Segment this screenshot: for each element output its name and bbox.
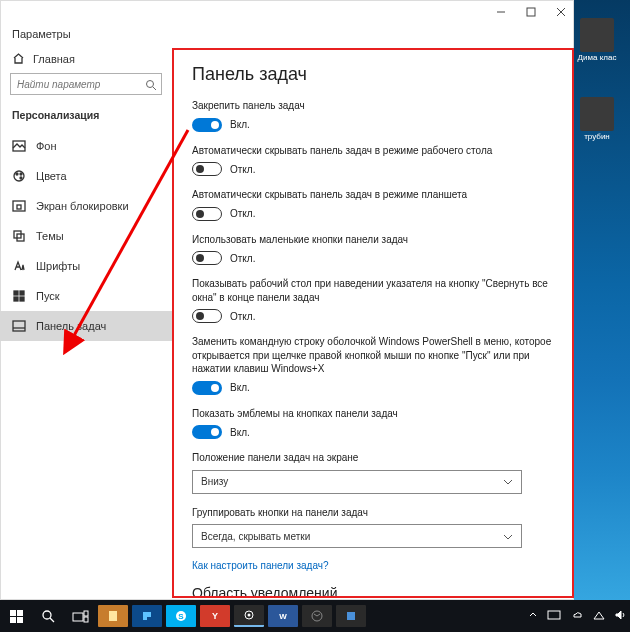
nav-colors[interactable]: Цвета: [0, 161, 172, 191]
setting-label: Заменить командную строку оболочкой Wind…: [192, 335, 554, 376]
toggle-switch[interactable]: [192, 381, 222, 395]
svg-point-7: [14, 171, 24, 181]
window-title: Параметры: [0, 24, 574, 48]
toggle-state-text: Вкл.: [230, 427, 250, 438]
svg-rect-19: [13, 321, 25, 331]
pinned-app[interactable]: [302, 605, 332, 627]
toggle-state-text: Откл.: [230, 164, 255, 175]
nav-lockscreen[interactable]: Экран блокировки: [0, 191, 172, 221]
svg-text:Y: Y: [212, 611, 218, 621]
pinned-app[interactable]: [336, 605, 366, 627]
desktop-icon[interactable]: трубин: [574, 97, 620, 142]
svg-rect-1: [527, 8, 535, 16]
system-tray[interactable]: [529, 610, 630, 622]
svg-rect-24: [10, 617, 16, 623]
pinned-app[interactable]: [98, 605, 128, 627]
home-link[interactable]: Главная: [0, 48, 172, 73]
svg-rect-17: [14, 297, 18, 301]
settings-window: Параметры Главная Персонализация Фон Цве…: [0, 0, 574, 600]
pinned-app[interactable]: Y: [200, 605, 230, 627]
nav-themes[interactable]: Темы: [0, 221, 172, 251]
running-app-settings[interactable]: [234, 605, 264, 627]
svg-rect-18: [20, 297, 24, 301]
toggle-state-text: Откл.: [230, 253, 255, 264]
svg-point-10: [20, 177, 22, 179]
titlebar: [0, 0, 574, 24]
toggle-state-text: Вкл.: [230, 119, 250, 130]
setting-label: Автоматически скрывать панель задач в ре…: [192, 188, 554, 202]
toggle-switch[interactable]: [192, 118, 222, 132]
setting-label: Показывать рабочий стол при наведении ук…: [192, 277, 554, 304]
svg-line-5: [153, 87, 156, 90]
svg-point-26: [43, 611, 51, 619]
svg-rect-15: [14, 291, 18, 295]
svg-rect-23: [17, 610, 23, 616]
svg-point-36: [248, 614, 251, 617]
svg-rect-29: [84, 611, 88, 616]
content-pane[interactable]: Панель задач Закрепить панель задач Вкл.…: [172, 48, 574, 598]
setting-label: Показать эмблемы на кнопках панели задач: [192, 407, 554, 421]
tray-chevron-icon[interactable]: [529, 611, 537, 621]
tray-network-icon[interactable]: [593, 610, 605, 622]
nav-taskbar[interactable]: Панель задач: [0, 311, 172, 341]
search-icon: [145, 77, 157, 95]
combine-buttons-select[interactable]: Всегда, скрывать метки: [192, 524, 522, 548]
nav-background[interactable]: Фон: [0, 131, 172, 161]
minimize-button[interactable]: [494, 5, 508, 19]
setting-label: Положение панели задач на экране: [192, 451, 554, 465]
svg-point-9: [20, 173, 22, 175]
setting-label: Использовать маленькие кнопки панели зад…: [192, 233, 554, 247]
svg-rect-40: [347, 612, 355, 620]
svg-point-8: [16, 173, 18, 175]
nav-fonts[interactable]: Шрифты: [0, 251, 172, 281]
svg-rect-12: [17, 205, 21, 209]
toggle-state-text: Откл.: [230, 311, 255, 322]
setting-label: Группировать кнопки на панели задач: [192, 506, 554, 520]
taskbar-position-select[interactable]: Внизу: [192, 470, 522, 494]
taskbar[interactable]: S Y W: [0, 600, 630, 632]
svg-line-27: [50, 618, 54, 622]
section-heading: Область уведомлений: [192, 585, 554, 598]
svg-rect-25: [17, 617, 23, 623]
toggle-switch[interactable]: [192, 425, 222, 439]
svg-rect-31: [109, 611, 117, 621]
setting-label: Автоматически скрывать панель задач в ре…: [192, 144, 554, 158]
section-label: Персонализация: [0, 107, 172, 131]
page-title: Панель задач: [192, 64, 554, 85]
toggle-switch[interactable]: [192, 309, 222, 323]
toggle-switch[interactable]: [192, 207, 222, 221]
toggle-switch[interactable]: [192, 162, 222, 176]
search-taskbar-icon[interactable]: [32, 600, 64, 632]
maximize-button[interactable]: [524, 5, 538, 19]
svg-rect-22: [10, 610, 16, 616]
pinned-app-skype[interactable]: S: [166, 605, 196, 627]
setting-label: Закрепить панель задач: [192, 99, 554, 113]
tray-keyboard-icon[interactable]: [547, 610, 561, 622]
svg-rect-16: [20, 291, 24, 295]
taskview-icon[interactable]: [64, 600, 96, 632]
pinned-app-word[interactable]: W: [268, 605, 298, 627]
search-input[interactable]: [10, 73, 162, 95]
nav-start[interactable]: Пуск: [0, 281, 172, 311]
toggle-state-text: Откл.: [230, 208, 255, 219]
tray-onedrive-icon[interactable]: [571, 611, 583, 622]
help-link[interactable]: Как настроить панели задач?: [192, 560, 554, 571]
svg-rect-28: [73, 613, 83, 621]
chevron-down-icon: [503, 531, 513, 542]
sidebar: Главная Персонализация Фон Цвета Экран б…: [0, 48, 172, 598]
start-button[interactable]: [0, 600, 32, 632]
svg-text:W: W: [279, 612, 287, 621]
pinned-app[interactable]: [132, 605, 162, 627]
close-button[interactable]: [554, 5, 568, 19]
desktop-icon[interactable]: Дима клас: [574, 18, 620, 63]
svg-point-4: [147, 81, 154, 88]
toggle-state-text: Вкл.: [230, 382, 250, 393]
search-box[interactable]: [10, 73, 162, 95]
tray-volume-icon[interactable]: [615, 610, 626, 622]
svg-rect-41: [548, 611, 560, 619]
chevron-down-icon: [503, 476, 513, 487]
svg-rect-30: [84, 617, 88, 622]
svg-text:S: S: [178, 612, 184, 621]
toggle-switch[interactable]: [192, 251, 222, 265]
